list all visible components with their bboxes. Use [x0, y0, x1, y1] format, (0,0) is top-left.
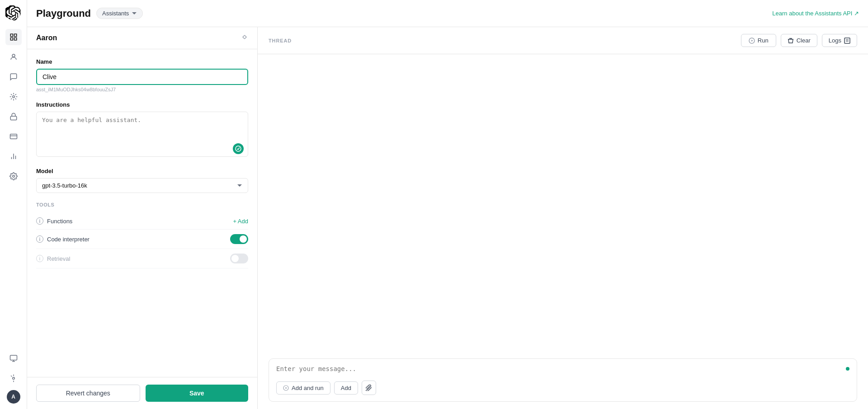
chevron-down-icon [132, 11, 137, 16]
sidebar-item-lock[interactable] [5, 108, 22, 125]
sidebar-item-settings[interactable] [5, 168, 22, 184]
retrieval-info-icon[interactable]: i [36, 255, 43, 262]
logs-icon [844, 38, 850, 44]
instructions-textarea-wrapper [36, 112, 248, 159]
revert-changes-button[interactable]: Revert changes [36, 385, 140, 402]
status-dot [846, 367, 849, 371]
code-interpreter-info-icon[interactable]: i [36, 235, 43, 243]
add-and-run-icon [283, 385, 289, 391]
svg-rect-6 [10, 116, 17, 120]
thread-header: THREAD Run Clear Logs [258, 27, 868, 54]
retrieval-tool-name: Retrieval [47, 255, 70, 262]
svg-point-17 [236, 146, 241, 151]
svg-rect-2 [10, 38, 13, 40]
left-panel: Aaron Name asst_iM1MuODJhks04w8bfouuZsJ7… [27, 27, 258, 409]
name-field-group: Name asst_iM1MuODJhks04w8bfouuZsJ7 [36, 58, 248, 92]
add-message-label: Add [341, 385, 351, 391]
functions-tool-left: i Functions [36, 217, 72, 225]
assistants-badge[interactable]: Assistants [96, 8, 143, 19]
message-input[interactable] [276, 365, 846, 376]
tools-label: TOOLS [36, 202, 248, 207]
svg-rect-1 [14, 34, 16, 36]
svg-marker-24 [286, 387, 288, 389]
svg-rect-3 [14, 38, 16, 40]
api-link[interactable]: Learn about the Assistants API ↗ [772, 10, 859, 17]
retrieval-tool-row: i Retrieval [36, 249, 248, 268]
content-area: Aaron Name asst_iM1MuODJhks04w8bfouuZsJ7… [27, 27, 868, 409]
instructions-label: Instructions [36, 101, 248, 108]
expand-icon[interactable] [241, 33, 248, 42]
avatar[interactable]: A [7, 390, 20, 404]
sidebar: A [0, 0, 27, 409]
assistants-badge-label: Assistants [102, 10, 129, 17]
logs-label: Logs [829, 37, 841, 44]
svg-point-16 [12, 377, 14, 380]
name-input[interactable] [36, 69, 248, 85]
svg-point-12 [12, 175, 14, 178]
sidebar-item-settings2[interactable] [5, 370, 22, 386]
functions-add-button[interactable]: + Add [233, 218, 248, 225]
run-label: Run [758, 37, 769, 44]
message-area: Add and run Add [269, 358, 857, 402]
left-panel-body: Name asst_iM1MuODJhks04w8bfouuZsJ7 Instr… [27, 49, 257, 377]
model-label: Model [36, 168, 248, 174]
save-button[interactable]: Save [146, 385, 249, 402]
grammarly-icon[interactable] [233, 143, 244, 154]
run-icon [749, 38, 755, 44]
svg-rect-7 [10, 134, 17, 139]
clear-label: Clear [797, 37, 811, 44]
code-interpreter-tool-row: i Code interpreter [36, 230, 248, 249]
sidebar-item-assistants[interactable] [5, 49, 22, 65]
retrieval-toggle[interactable] [230, 254, 248, 263]
paperclip-icon [366, 385, 372, 391]
thread-actions: Run Clear Logs [741, 34, 857, 47]
add-and-run-button[interactable]: Add and run [276, 381, 330, 395]
name-label: Name [36, 58, 248, 65]
functions-tool-row: i Functions + Add [36, 213, 248, 230]
assistant-id: asst_iM1MuODJhks04w8bfouuZsJ7 [36, 87, 248, 92]
tools-section: TOOLS i Functions + Add [36, 202, 248, 268]
sidebar-item-terminal[interactable] [5, 350, 22, 367]
code-interpreter-toggle-thumb [240, 235, 247, 243]
logs-button[interactable]: Logs [822, 34, 857, 47]
clear-button[interactable]: Clear [781, 34, 817, 47]
code-interpreter-tool-name: Code interpreter [47, 236, 90, 243]
attach-button[interactable] [362, 381, 376, 395]
left-panel-footer: Revert changes Save [27, 377, 257, 409]
message-row [276, 365, 849, 376]
retrieval-tool-left: i Retrieval [36, 255, 70, 262]
instructions-field-group: Instructions [36, 101, 248, 159]
model-field-group: Model gpt-3.5-turbo-16k [36, 168, 248, 193]
svg-rect-0 [10, 34, 13, 36]
sidebar-item-chat[interactable] [5, 69, 22, 85]
sidebar-item-analytics[interactable] [5, 148, 22, 165]
functions-info-icon[interactable]: i [36, 217, 43, 225]
code-interpreter-toggle[interactable] [230, 234, 248, 244]
assistant-name-label: Aaron [36, 34, 57, 42]
message-actions-left: Add and run Add [276, 381, 376, 395]
topbar: Playground Assistants Learn about the As… [27, 0, 868, 27]
message-footer: Add and run Add [276, 381, 849, 395]
openai-logo-icon[interactable] [5, 5, 22, 22]
retrieval-toggle-thumb [231, 255, 239, 262]
svg-rect-20 [844, 38, 850, 43]
main-area: Playground Assistants Learn about the As… [27, 0, 868, 409]
left-panel-header: Aaron [27, 27, 257, 49]
sidebar-item-billing[interactable] [5, 128, 22, 145]
model-select-wrapper: gpt-3.5-turbo-16k [36, 178, 248, 193]
sidebar-item-playground[interactable] [5, 29, 22, 45]
svg-point-4 [12, 54, 15, 57]
svg-marker-19 [751, 40, 753, 42]
svg-rect-13 [10, 355, 17, 360]
page-title: Playground [36, 8, 91, 19]
clear-icon [788, 38, 794, 44]
instructions-textarea[interactable] [36, 112, 248, 157]
sidebar-item-finetune[interactable] [5, 89, 22, 105]
model-select[interactable]: gpt-3.5-turbo-16k [36, 178, 248, 193]
right-panel: THREAD Run Clear Logs [258, 27, 868, 409]
add-message-button[interactable]: Add [334, 381, 358, 395]
run-button[interactable]: Run [741, 34, 776, 47]
functions-tool-name: Functions [47, 218, 72, 225]
svg-point-5 [12, 96, 14, 98]
code-interpreter-tool-left: i Code interpreter [36, 235, 90, 243]
